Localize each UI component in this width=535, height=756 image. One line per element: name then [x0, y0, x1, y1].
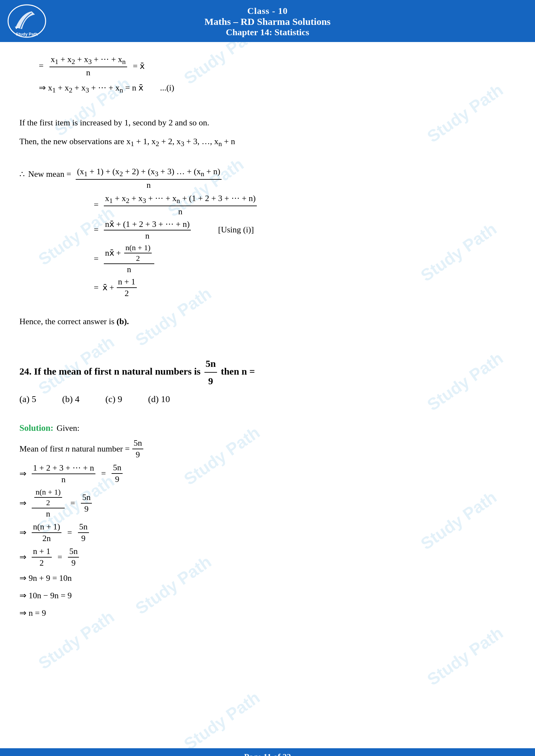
sol-equals-4: =	[58, 553, 62, 562]
q24-opt-b: (b) 4	[62, 394, 80, 404]
q24-opt-d: (d) 10	[148, 394, 170, 404]
s2-inner-frac: n(n + 1) 2	[34, 488, 62, 507]
s1-rhs-num: 5n	[112, 463, 123, 474]
logo: Study Path	[6, 3, 48, 39]
new-mean-block: ∴ New mean = (x1 + 1) + (x2 + 2) + (x3 +…	[19, 167, 516, 190]
page-number: Page 11 of 22	[244, 752, 291, 756]
result-den: 2	[123, 288, 130, 298]
new-mean-step4: = nx̄ + n(n + 1) 2 n	[94, 243, 516, 274]
fraction-denominator-n: n	[85, 67, 92, 78]
inner-frac-numerator: nx̄ + n(n + 1) 2	[104, 243, 155, 264]
page-footer: Page 11 of 22	[0, 748, 535, 756]
fraction-with-inner-frac: nx̄ + n(n + 1) 2 n	[104, 243, 155, 274]
sol-frac-step1-rhs: 5n 9	[112, 463, 123, 484]
sol-text-mean: Mean of first n natural number =	[19, 444, 130, 454]
new-mean-step2: = x1 + x2 + x3 + ⋯ + xn + (1 + 2 + 3 + ⋯…	[94, 193, 516, 217]
equals-4: =	[94, 254, 99, 264]
s2-rhs-den: 9	[83, 503, 90, 514]
q24-fraction: 5n 9	[205, 356, 217, 389]
equals-3: =	[94, 225, 99, 235]
sol-step7: ⇒ n = 9	[19, 606, 516, 620]
q24-options: (a) 5 (b) 4 (c) 9 (d) 10	[19, 394, 516, 404]
s4-rhs-num: 5n	[68, 547, 79, 557]
sol-frac-step4-lhs: n + 1 2	[32, 547, 52, 568]
equals-5: =	[94, 283, 99, 292]
s2-inner-den: 2	[45, 498, 51, 507]
page-header: Study Path Class - 10 Maths – RD Sharma …	[0, 0, 535, 42]
header-subject: Maths – RD Sharma Solutions	[3, 16, 532, 27]
sol-step2: ⇒ n(n + 1) 2 n = 5n 9	[19, 488, 516, 519]
inner-fraction: n(n + 1) 2	[124, 243, 152, 263]
q24-heading: 24. If the mean of first n natural numbe…	[19, 356, 516, 389]
s3-lhs-den: 2n	[41, 533, 52, 543]
s3-rhs-den: 9	[80, 533, 87, 543]
s1-lhs-num: 1 + 2 + 3 + ⋯ + n	[32, 463, 96, 474]
solution-header-line: Solution: Given:	[19, 418, 516, 435]
s2-lhs-den: n	[44, 508, 51, 519]
header-chapter: Chapter 14: Statistics	[3, 27, 532, 38]
given-text: Given:	[57, 423, 80, 433]
expanded-denominator: n	[177, 206, 184, 217]
logo-svg: Study Path	[6, 3, 48, 39]
text-new-observations: Then, the new observations are x1 + 1, x…	[19, 134, 516, 150]
sol-arrow-3: ⇒	[19, 527, 27, 537]
using-i-label: [Using (i)]	[218, 225, 254, 235]
sol-equals-3: =	[67, 528, 72, 537]
sol-arrow-2: ⇒	[19, 498, 27, 508]
s1-rhs-den: 9	[114, 474, 121, 484]
fraction-sum-over-n: x1 + x2 + x3 + ⋯ + xn n	[49, 54, 127, 78]
sol-arrow-1: ⇒	[19, 469, 27, 479]
sol-equals-1: =	[101, 469, 106, 478]
fraction-numerator-sum: x1 + x2 + x3 + ⋯ + xn	[49, 54, 127, 67]
inner-frac-den: 2	[135, 254, 141, 263]
sol-arrow-4: ⇒	[19, 552, 27, 562]
q24-frac-num: 5n	[205, 356, 217, 373]
sol-frac-step2-rhs: 5n 9	[81, 493, 92, 514]
equals-2: =	[94, 200, 99, 210]
sol-frac-5n-den: 9	[134, 449, 141, 460]
therefore-symbol: ∴	[19, 169, 25, 179]
s1-lhs-den: n	[60, 474, 67, 484]
svg-text:Study Path: Study Path	[16, 32, 38, 37]
nxbar-denominator: n	[144, 230, 151, 241]
text-increased-by: If the first item is increased by 1, sec…	[19, 116, 516, 130]
fraction-new-mean-1: (x1 + 1) + (x2 + 2) + (x3 + 3) … + (xn +…	[76, 167, 222, 190]
sol-frac-step1-lhs: 1 + 2 + 3 + ⋯ + n n	[32, 463, 96, 484]
sol-step3: ⇒ n(n + 1) 2n = 5n 9	[19, 522, 516, 543]
main-content: = x1 + x2 + x3 + ⋯ + xn n = x̄ ⇒ x1 + x2…	[0, 42, 535, 643]
eq-mean-definition: = x1 + x2 + x3 + ⋯ + xn n = x̄	[39, 54, 516, 78]
s2-rhs-num: 5n	[81, 493, 92, 503]
fraction-nxbar: nx̄ + (1 + 2 + 3 + ⋯ + n) n	[104, 219, 191, 241]
s4-lhs-num: n + 1	[32, 547, 52, 557]
xbar-label: x̄ +	[102, 283, 114, 292]
s2-inner-num: n(n + 1)	[34, 488, 62, 498]
new-mean-label: New mean =	[28, 169, 71, 179]
sol-frac-step3-lhs: n(n + 1) 2n	[32, 522, 62, 543]
sol-frac-5n-num: 5n	[132, 438, 143, 449]
new-mean-step3: = nx̄ + (1 + 2 + 3 + ⋯ + n) n [Using (i)…	[94, 219, 516, 241]
s3-lhs-num: n(n + 1)	[32, 522, 62, 533]
solution-label: Solution:	[19, 423, 53, 433]
s4-rhs-den: 9	[70, 557, 77, 568]
q24-opt-a: (a) 5	[19, 394, 36, 404]
sol-step5: ⇒ 9n + 9 = 10n	[19, 571, 516, 585]
sol-frac-step2-lhs: n(n + 1) 2 n	[32, 488, 65, 519]
header-class: Class - 10	[3, 6, 532, 16]
expanded-numerator: x1 + x2 + x3 + ⋯ + xn + (1 + 2 + 3 + ⋯ +…	[104, 193, 257, 206]
sol-equals-2: =	[70, 499, 75, 508]
result-num: n + 1	[117, 277, 137, 288]
s3-rhs-num: 5n	[78, 522, 89, 533]
eq-equals-xbar: = x̄	[133, 61, 145, 71]
sol-mean-def: Mean of first n natural number = 5n 9	[19, 438, 516, 460]
q24-tail: then n =	[221, 366, 255, 377]
nm-numerator-1: (x1 + 1) + (x2 + 2) + (x3 + 3) … + (xn +…	[76, 167, 222, 179]
nxbar-numerator: nx̄ + (1 + 2 + 3 + ⋯ + n)	[104, 219, 191, 230]
eq-sum-equals-nxbar: ⇒ x1 + x2 + x3 + ⋯ + xn = n x̄ ...(i)	[39, 81, 516, 96]
eq-equals-sign: =	[39, 61, 44, 71]
sol-fraction-5n9: 5n 9	[132, 438, 143, 460]
sol-frac-step3-rhs: 5n 9	[78, 522, 89, 543]
q24-number: 24	[19, 366, 29, 377]
nm-denominator-1: n	[145, 180, 152, 190]
sol-step6: ⇒ 10n − 9n = 9	[19, 589, 516, 603]
fraction-n-plus-1-over-2: n + 1 2	[117, 277, 137, 298]
